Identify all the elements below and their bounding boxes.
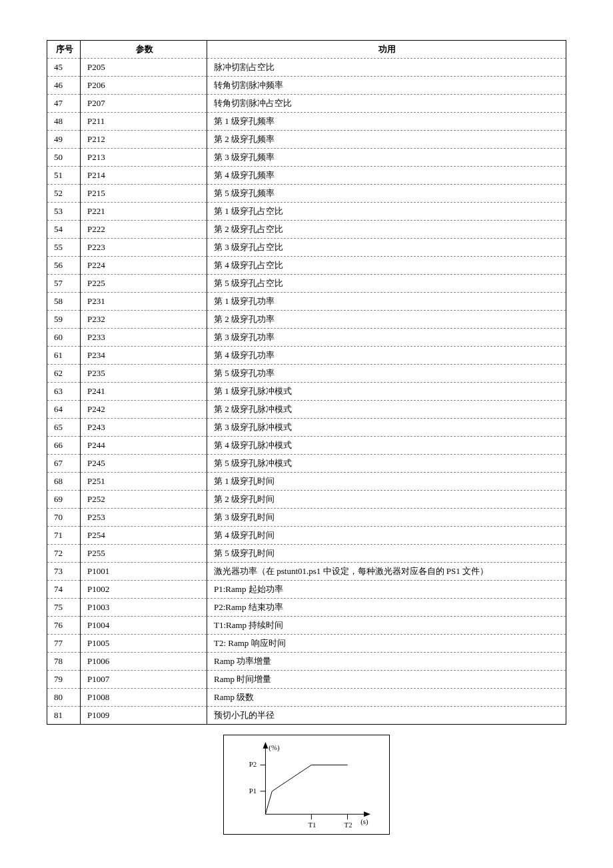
table-row: 61P234第 4 级穿孔功率: [47, 347, 566, 365]
cell-func: Ramp 级数: [207, 689, 566, 707]
cell-seq: 78: [47, 653, 81, 671]
cell-seq: 67: [47, 455, 81, 473]
cell-seq: 61: [47, 347, 81, 365]
cell-param: P232: [81, 311, 207, 329]
cell-func: 第 3 级穿孔频率: [207, 149, 566, 167]
table-row: 68P251第 1 级穿孔时间: [47, 473, 566, 491]
cell-param: P251: [81, 473, 207, 491]
cell-seq: 49: [47, 131, 81, 149]
table-row: 71P254第 4 级穿孔时间: [47, 527, 566, 545]
cell-seq: 45: [47, 59, 81, 77]
cell-seq: 55: [47, 239, 81, 257]
cell-seq: 79: [47, 671, 81, 689]
cell-param: P241: [81, 383, 207, 401]
table-row: 63P241第 1 级穿孔脉冲模式: [47, 383, 566, 401]
table-row: 48P211第 1 级穿孔频率: [47, 113, 566, 131]
table-row: 67P245第 5 级穿孔脉冲模式: [47, 455, 566, 473]
cell-func: 第 4 级穿孔频率: [207, 167, 566, 185]
cell-func: 第 1 级穿孔占空比: [207, 203, 566, 221]
cell-seq: 59: [47, 311, 81, 329]
cell-param: P211: [81, 113, 207, 131]
cell-param: P234: [81, 347, 207, 365]
cell-param: P244: [81, 437, 207, 455]
cell-param: P254: [81, 527, 207, 545]
cell-seq: 69: [47, 491, 81, 509]
table-row: 50P213第 3 级穿孔频率: [47, 149, 566, 167]
cell-func: 第 4 级穿孔时间: [207, 527, 566, 545]
cell-seq: 68: [47, 473, 81, 491]
cell-seq: 58: [47, 293, 81, 311]
cell-func: 第 3 级穿孔占空比: [207, 239, 566, 257]
cell-param: P1006: [81, 653, 207, 671]
table-row: 57P225第 5 级穿孔占空比: [47, 275, 566, 293]
table-row: 45P205脉冲切割占空比: [47, 59, 566, 77]
cell-func: T1:Ramp 持续时间: [207, 617, 566, 635]
cell-param: P213: [81, 149, 207, 167]
cell-param: P207: [81, 95, 207, 113]
cell-seq: 66: [47, 437, 81, 455]
cell-func: 第 5 级穿孔功率: [207, 365, 566, 383]
table-row: 75P1003P2:Ramp 结束功率: [47, 599, 566, 617]
cell-param: P242: [81, 401, 207, 419]
cell-func: 预切小孔的半径: [207, 707, 566, 725]
cell-seq: 64: [47, 401, 81, 419]
cell-seq: 65: [47, 419, 81, 437]
cell-param: P1009: [81, 707, 207, 725]
table-row: 54P222第 2 级穿孔占空比: [47, 221, 566, 239]
cell-seq: 71: [47, 527, 81, 545]
table-row: 77P1005T2: Ramp 响应时间: [47, 635, 566, 653]
cell-seq: 72: [47, 545, 81, 563]
cell-func: 第 4 级穿孔占空比: [207, 257, 566, 275]
t2-label: T2: [344, 821, 352, 827]
p2-label: P2: [249, 760, 257, 768]
table-row: 60P233第 3 级穿孔功率: [47, 329, 566, 347]
cell-func: P1:Ramp 起始功率: [207, 581, 566, 599]
cell-param: P252: [81, 491, 207, 509]
table-row: 52P215第 5 级穿孔频率: [47, 185, 566, 203]
cell-seq: 63: [47, 383, 81, 401]
table-row: 53P221第 1 级穿孔占空比: [47, 203, 566, 221]
cell-func: Ramp 功率增量: [207, 653, 566, 671]
cell-param: P1004: [81, 617, 207, 635]
cell-seq: 74: [47, 581, 81, 599]
cell-seq: 81: [47, 707, 81, 725]
p1-label: P1: [249, 787, 257, 795]
cell-param: P224: [81, 257, 207, 275]
cell-func: Ramp 时间增量: [207, 671, 566, 689]
table-row: 69P252第 2 级穿孔时间: [47, 491, 566, 509]
cell-seq: 50: [47, 149, 81, 167]
cell-param: P222: [81, 221, 207, 239]
table-row: 47P207转角切割脉冲占空比: [47, 95, 566, 113]
cell-func: 第 1 级穿孔功率: [207, 293, 566, 311]
cell-param: P223: [81, 239, 207, 257]
cell-func: 激光器功率（在 pstunt01.ps1 中设定，每种激光器对应各自的 PS1 …: [207, 563, 566, 581]
cell-param: P1003: [81, 599, 207, 617]
table-row: 56P224第 4 级穿孔占空比: [47, 257, 566, 275]
table-row: 80P1008Ramp 级数: [47, 689, 566, 707]
cell-func: P2:Ramp 结束功率: [207, 599, 566, 617]
table-row: 58P231第 1 级穿孔功率: [47, 293, 566, 311]
cell-param: P1005: [81, 635, 207, 653]
table-row: 51P214第 4 级穿孔频率: [47, 167, 566, 185]
table-row: 73P1001激光器功率（在 pstunt01.ps1 中设定，每种激光器对应各…: [47, 563, 566, 581]
cell-func: 第 3 级穿孔脉冲模式: [207, 419, 566, 437]
ramp-chart-svg: (%) P2 P1 T1 T2 (s): [231, 742, 379, 827]
table-header-row: 序号 参数 功用: [47, 41, 566, 59]
table-row: 78P1006Ramp 功率增量: [47, 653, 566, 671]
table-row: 76P1004T1:Ramp 持续时间: [47, 617, 566, 635]
cell-seq: 48: [47, 113, 81, 131]
cell-param: P215: [81, 185, 207, 203]
cell-seq: 56: [47, 257, 81, 275]
ramp-chart: (%) P2 P1 T1 T2 (s): [223, 735, 390, 835]
table-row: 46P206转角切割脉冲频率: [47, 77, 566, 95]
cell-func: 第 3 级穿孔功率: [207, 329, 566, 347]
cell-param: P255: [81, 545, 207, 563]
header-seq: 序号: [47, 41, 81, 59]
table-row: 70P253第 3 级穿孔时间: [47, 509, 566, 527]
table-row: 65P243第 3 级穿孔脉冲模式: [47, 419, 566, 437]
cell-param: P245: [81, 455, 207, 473]
svg-marker-3: [364, 811, 370, 817]
table-row: 55P223第 3 级穿孔占空比: [47, 239, 566, 257]
cell-seq: 51: [47, 167, 81, 185]
cell-func: 第 5 级穿孔频率: [207, 185, 566, 203]
